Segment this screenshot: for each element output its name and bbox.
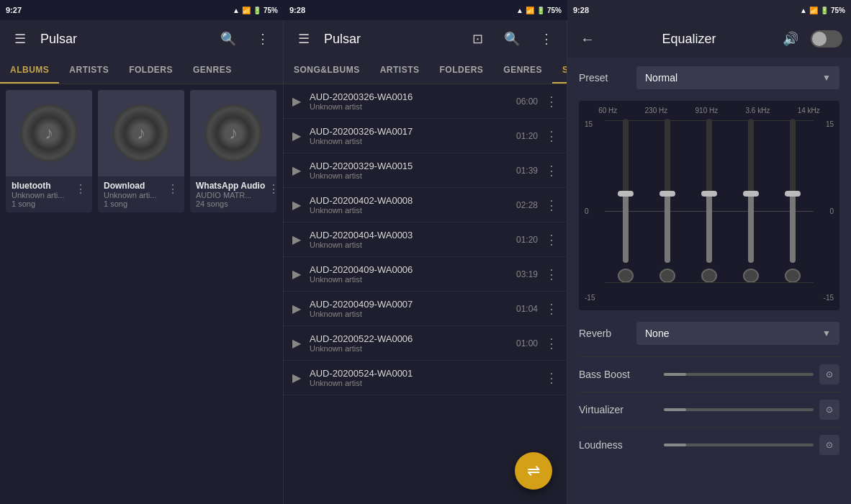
menu-icon: ☰ xyxy=(14,31,26,47)
song-item-5[interactable]: ▶ AUD-20200409-WA0006 Unknown artist 03:… xyxy=(284,257,567,292)
band-4-knob[interactable] xyxy=(785,269,801,283)
panel2-search-button[interactable]: 🔍 xyxy=(500,27,523,50)
loudness-slider[interactable] xyxy=(664,444,814,446)
freq-label-0: 60 Hz xyxy=(598,107,617,114)
tab-songalbums[interactable]: SONG&LBUMS xyxy=(284,58,370,84)
song-item-6[interactable]: ▶ AUD-20200409-WA0007 Unknown artist 01:… xyxy=(284,292,567,326)
eq-band-0[interactable] xyxy=(618,119,634,283)
band-2-thumb[interactable] xyxy=(701,191,717,197)
song-more-btn-8[interactable]: ⋮ xyxy=(545,370,558,386)
loudness-settings-icon[interactable]: ⊙ xyxy=(819,435,839,455)
panel1-search-button[interactable]: 🔍 xyxy=(217,27,240,50)
song-item-8[interactable]: ▶ AUD-20200524-WA0001 Unknown artist ⋮ xyxy=(284,361,567,395)
song-list: ▶ AUD-20200326-WA0016 Unknown artist 06:… xyxy=(284,84,567,504)
song-duration-7: 01:00 xyxy=(516,338,538,348)
play-btn-6[interactable]: ▶ xyxy=(292,302,301,315)
song-info-8: AUD-20200524-WA0001 Unknown artist xyxy=(310,368,538,387)
freq-label-1: 230 Hz xyxy=(645,107,668,114)
bass-boost-slider[interactable] xyxy=(664,373,814,376)
preset-label: Preset xyxy=(579,72,636,84)
play-btn-4[interactable]: ▶ xyxy=(292,233,301,246)
play-btn-2[interactable]: ▶ xyxy=(292,163,301,177)
panel2-more-button[interactable]: ⋮ xyxy=(535,27,558,50)
band-2-knob[interactable] xyxy=(701,269,717,283)
panel2-time: 9:28 xyxy=(289,6,305,14)
band-0-knob[interactable] xyxy=(618,269,634,283)
song-item-4[interactable]: ▶ AUD-20200404-WA0003 Unknown artist 01:… xyxy=(284,222,567,257)
band-1-knob[interactable] xyxy=(659,269,675,283)
eq-band-3[interactable] xyxy=(743,119,759,283)
preset-dropdown[interactable]: Normal ▼ xyxy=(636,66,839,89)
tab-albums[interactable]: ALBUMS xyxy=(0,58,59,84)
eq-toggle[interactable] xyxy=(811,30,842,48)
tab-artists[interactable]: ARTISTS xyxy=(59,58,119,84)
album-card-2[interactable]: WhatsApp Audio AUDIO MATR... 24 songs ⋮ xyxy=(190,90,276,212)
album-more-btn-1[interactable]: ⋮ xyxy=(164,182,179,196)
song-item-0[interactable]: ▶ AUD-20200326-WA0016 Unknown artist 06:… xyxy=(284,84,567,119)
eq-band-2[interactable] xyxy=(701,119,717,283)
panel2-menu-button[interactable]: ☰ xyxy=(292,27,315,50)
panel2-cast-button[interactable]: ⊡ xyxy=(466,27,489,50)
song-duration-2: 01:39 xyxy=(516,166,538,176)
band-3-knob[interactable] xyxy=(743,269,759,283)
tab-genres[interactable]: GENRES xyxy=(183,58,242,84)
song-item-2[interactable]: ▶ AUD-20200329-WA0015 Unknown artist 01:… xyxy=(284,153,567,188)
song-more-btn-3[interactable]: ⋮ xyxy=(545,197,558,213)
song-more-btn-6[interactable]: ⋮ xyxy=(545,301,558,317)
band-0-thumb[interactable] xyxy=(618,191,634,197)
play-btn-1[interactable]: ▶ xyxy=(292,129,301,143)
song-more-btn-0[interactable]: ⋮ xyxy=(545,94,558,109)
song-more-btn-2[interactable]: ⋮ xyxy=(545,163,558,179)
tab-songs[interactable]: SONGS xyxy=(552,58,567,84)
song-info-0: AUD-20200326-WA0016 Unknown artist xyxy=(310,91,516,111)
song-item-1[interactable]: ▶ AUD-20200326-WA0017 Unknown artist 01:… xyxy=(284,119,567,153)
album-more-btn-2[interactable]: ⋮ xyxy=(265,182,276,196)
bass-boost-settings-icon[interactable]: ⊙ xyxy=(819,364,839,384)
tab-folders[interactable]: FOLDERS xyxy=(119,58,183,84)
virtualizer-slider[interactable] xyxy=(664,408,814,411)
band-1-thumb[interactable] xyxy=(659,191,675,197)
tab-genres2[interactable]: GENRES xyxy=(493,58,552,84)
song-more-btn-5[interactable]: ⋮ xyxy=(545,266,558,282)
song-item-3[interactable]: ▶ AUD-20200402-WA0008 Unknown artist 02:… xyxy=(284,188,567,222)
panel1-more-button[interactable]: ⋮ xyxy=(251,27,274,50)
band-3-thumb[interactable] xyxy=(743,191,759,197)
song-item-7[interactable]: ▶ AUD-20200522-WA0006 Unknown artist 01:… xyxy=(284,326,567,361)
band-3-track xyxy=(748,119,754,263)
virtualizer-row: Virtualizer ⊙ xyxy=(579,392,839,427)
reverb-dropdown[interactable]: None ▼ xyxy=(636,322,839,345)
back-button[interactable]: ← xyxy=(576,27,599,50)
song-name-3: AUD-20200402-WA0008 xyxy=(310,195,516,206)
panel3-status-bar: 9:28 ▲ 📶 🔋 75% xyxy=(567,0,851,20)
panel3-time: 9:28 xyxy=(573,6,589,14)
album-card-0[interactable]: bluetooth Unknown arti... 1 song ⋮ xyxy=(6,90,92,212)
eq-title: Equalizer xyxy=(599,32,779,47)
album-card-1[interactable]: Download Unknown arti... 1 song ⋮ xyxy=(98,90,184,212)
song-more-btn-7[interactable]: ⋮ xyxy=(545,336,558,351)
band-2-fill xyxy=(706,191,712,263)
play-btn-8[interactable]: ▶ xyxy=(292,371,301,384)
album-more-btn-0[interactable]: ⋮ xyxy=(72,182,86,196)
band-0-fill xyxy=(623,191,629,263)
eq-band-1[interactable] xyxy=(659,119,675,283)
tab-folders2[interactable]: FOLDERS xyxy=(430,58,494,84)
play-btn-7[interactable]: ▶ xyxy=(292,336,301,350)
band-4-fill xyxy=(790,191,796,263)
virtualizer-settings-icon[interactable]: ⊙ xyxy=(819,400,839,420)
panel1-menu-button[interactable]: ☰ xyxy=(9,27,32,50)
shuffle-icon: ⇌ xyxy=(527,462,540,480)
tab-artists2[interactable]: ARTISTS xyxy=(370,58,430,84)
play-btn-0[interactable]: ▶ xyxy=(292,94,301,108)
play-btn-3[interactable]: ▶ xyxy=(292,198,301,212)
band-4-thumb[interactable] xyxy=(785,191,801,197)
song-more-btn-4[interactable]: ⋮ xyxy=(545,232,558,248)
eq-band-4[interactable] xyxy=(785,119,801,283)
album-info-1: Download Unknown arti... 1 song ⋮ xyxy=(98,176,184,212)
play-btn-5[interactable]: ▶ xyxy=(292,267,301,281)
volume-button[interactable]: 🔊 xyxy=(779,27,802,50)
song-more-btn-1[interactable]: ⋮ xyxy=(545,128,558,144)
chevron-down-icon: ▼ xyxy=(822,73,831,83)
eq-visualizer: 60 Hz 230 Hz 910 Hz 3.6 kHz 14 kHz 15 0 … xyxy=(579,101,839,310)
song-name-2: AUD-20200329-WA0015 xyxy=(310,161,516,171)
shuffle-fab[interactable]: ⇌ xyxy=(515,452,552,490)
